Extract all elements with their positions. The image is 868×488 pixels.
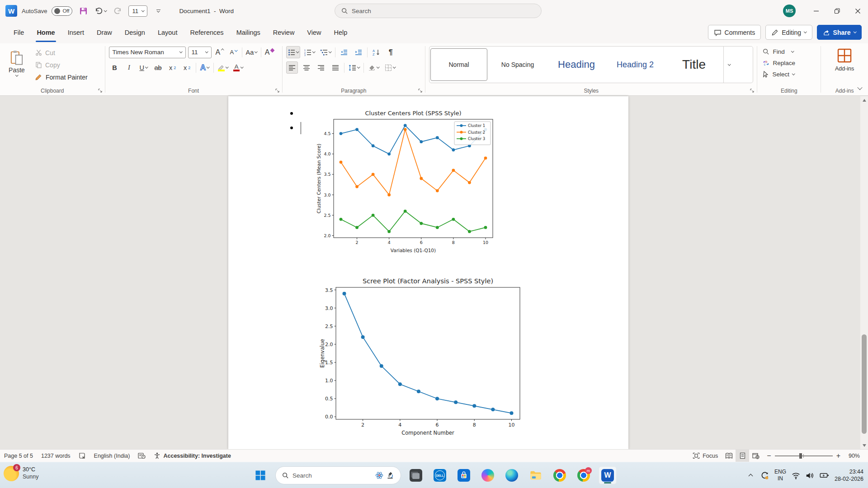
text-highlight-button[interactable] — [217, 61, 230, 74]
redo-button[interactable] — [111, 5, 124, 17]
copy-button[interactable]: Copy — [33, 59, 90, 70]
scroll-down-button[interactable] — [860, 441, 868, 449]
focus-mode-button[interactable]: Focus — [689, 450, 722, 462]
multilevel-list-button[interactable] — [319, 46, 333, 58]
style-no-spacing[interactable]: No Spacing — [489, 48, 546, 81]
tray-overflow-button[interactable] — [746, 469, 755, 482]
zoom-level[interactable]: 90% — [844, 450, 868, 462]
word-count[interactable]: 1237 words — [37, 450, 75, 462]
proofing-errors-button[interactable] — [75, 450, 90, 462]
tab-file[interactable]: File — [7, 22, 30, 43]
account-avatar[interactable]: MS — [783, 5, 796, 17]
tab-view[interactable]: View — [301, 22, 327, 43]
taskbar-app-edge[interactable] — [503, 466, 521, 484]
style-heading2[interactable]: Heading 2 — [607, 48, 664, 81]
taskbar-app-store[interactable] — [455, 466, 473, 484]
autosave-toggle[interactable]: Off — [52, 6, 72, 16]
taskbar-app-file-explorer[interactable] — [527, 466, 545, 484]
increase-indent-button[interactable] — [353, 46, 364, 58]
style-heading1[interactable]: Heading — [548, 48, 605, 81]
text-effects-button[interactable]: A — [199, 61, 211, 74]
align-center-button[interactable] — [301, 61, 312, 74]
format-painter-button[interactable]: Format Painter — [33, 71, 90, 83]
tab-insert[interactable]: Insert — [61, 22, 90, 43]
read-mode-button[interactable] — [722, 450, 736, 462]
scroll-up-button[interactable] — [860, 96, 868, 104]
shrink-font-button[interactable]: A — [228, 46, 240, 58]
tab-references[interactable]: References — [184, 22, 230, 43]
line-spacing-button[interactable] — [347, 61, 361, 74]
comments-button[interactable]: Comments — [708, 25, 761, 40]
change-case-button[interactable]: Aa — [245, 46, 259, 58]
zoom-slider-thumb[interactable] — [799, 453, 802, 459]
tray-sync-icon[interactable] — [760, 471, 769, 480]
close-button[interactable] — [847, 0, 868, 22]
language-indicator[interactable]: English (India) — [90, 450, 134, 462]
volume-icon[interactable] — [806, 472, 814, 479]
taskbar-search-box[interactable] — [275, 466, 401, 484]
document-page[interactable]: 2468102.02.53.03.54.04.5Cluster Centers … — [228, 96, 628, 449]
numbering-button[interactable]: 123 — [303, 46, 316, 58]
tab-design[interactable]: Design — [118, 22, 151, 43]
paste-button[interactable]: Paste — [4, 46, 30, 80]
strikethrough-button[interactable]: ab — [152, 61, 164, 74]
minimize-button[interactable] — [806, 0, 826, 22]
font-size-combo[interactable]: 11 — [188, 47, 212, 58]
start-button[interactable] — [251, 466, 269, 484]
search-input[interactable] — [352, 8, 514, 14]
vertical-scrollbar[interactable] — [860, 96, 868, 449]
subscript-button[interactable]: x2 — [167, 61, 179, 74]
cluster-centers-chart[interactable]: 2468102.02.53.03.54.04.5Cluster Centers … — [316, 107, 496, 257]
bold-button[interactable]: B — [109, 61, 121, 74]
styles-gallery-more-button[interactable] — [723, 47, 735, 83]
customize-quick-access-button[interactable] — [152, 5, 165, 17]
weather-widget[interactable]: 6 30°C Sunny — [4, 466, 38, 481]
italic-button[interactable]: I — [123, 61, 135, 74]
taskbar-app-files[interactable] — [407, 466, 425, 484]
select-button[interactable]: Select — [761, 69, 817, 80]
sort-button[interactable]: AZ — [370, 46, 382, 58]
tab-home[interactable]: Home — [30, 22, 61, 43]
font-dialog-launcher[interactable] — [275, 89, 280, 93]
restore-button[interactable] — [826, 0, 847, 22]
tab-mailings[interactable]: Mailings — [230, 22, 267, 43]
web-layout-button[interactable] — [749, 450, 763, 462]
align-right-button[interactable] — [315, 61, 327, 74]
title-search-box[interactable] — [335, 4, 542, 18]
addins-button[interactable]: Add-ins — [825, 46, 864, 72]
tab-help[interactable]: Help — [328, 22, 354, 43]
show-hide-marks-button[interactable]: ¶ — [385, 46, 396, 58]
shading-button[interactable] — [367, 61, 381, 74]
taskbar-search-input[interactable] — [292, 472, 360, 479]
style-normal[interactable]: Normal — [430, 48, 487, 81]
align-left-button[interactable] — [286, 61, 298, 74]
clear-formatting-button[interactable]: A — [264, 46, 276, 58]
find-button[interactable]: Find — [761, 46, 817, 57]
zoom-out-button[interactable]: − — [763, 450, 771, 462]
style-title[interactable]: Title — [665, 48, 722, 81]
clipboard-dialog-launcher[interactable] — [98, 89, 103, 93]
page-indicator[interactable]: Page 5 of 5 — [0, 450, 37, 462]
scree-plot-chart[interactable]: 2468100.00.51.01.52.02.53.03.5Scree Plot… — [319, 277, 524, 444]
decrease-indent-button[interactable] — [338, 46, 350, 58]
qat-font-size-combo[interactable]: 11 — [128, 5, 147, 17]
replace-button[interactable]: bc Replace — [761, 57, 817, 69]
collapse-ribbon-button[interactable] — [858, 84, 862, 92]
zoom-in-button[interactable]: + — [836, 450, 844, 462]
language-switcher[interactable]: ENG IN — [774, 469, 786, 482]
taskbar-app-word[interactable]: W — [599, 466, 617, 484]
taskbar-app-dell[interactable]: DELL — [431, 466, 449, 484]
editing-mode-button[interactable]: Editing — [765, 25, 812, 40]
tab-draw[interactable]: Draw — [90, 22, 118, 43]
tab-review[interactable]: Review — [267, 22, 301, 43]
zoom-slider[interactable] — [775, 455, 833, 456]
superscript-button[interactable]: x2 — [181, 61, 193, 74]
scrollbar-thumb[interactable] — [862, 334, 867, 434]
save-button[interactable] — [77, 5, 90, 17]
print-layout-button[interactable] — [736, 450, 749, 462]
clock-widget[interactable]: 23:44 28-02-2026 — [835, 468, 863, 483]
paragraph-dialog-launcher[interactable] — [418, 89, 423, 93]
undo-button[interactable] — [94, 5, 107, 17]
tab-layout[interactable]: Layout — [151, 22, 184, 43]
taskbar-app-chrome[interactable] — [551, 466, 569, 484]
